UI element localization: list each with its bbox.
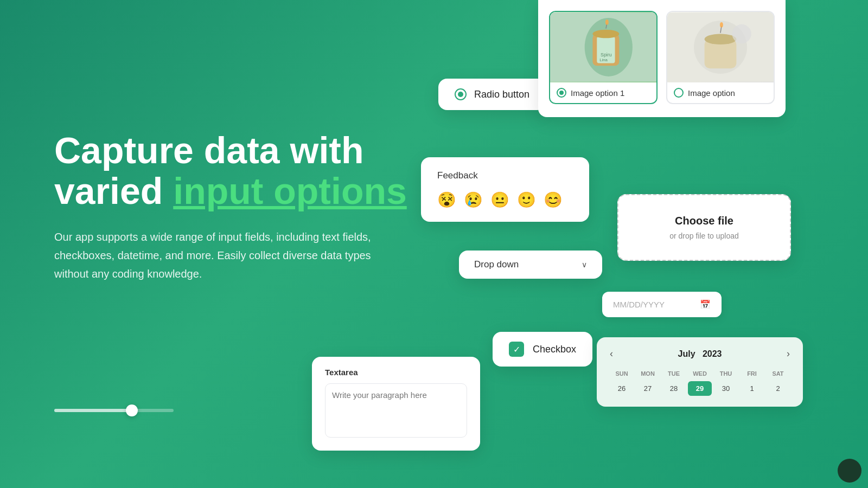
calendar-grid: SUN MON TUE WED THU FRI SAT 26 27 28 29 … xyxy=(610,368,790,396)
radio-dot xyxy=(455,88,467,100)
calendar-month-year: July 2023 xyxy=(613,349,787,359)
image-thumb-1: Spiru Lina xyxy=(550,12,656,82)
file-upload-subtitle: or drop file to upload xyxy=(646,232,763,240)
dropdown-text: Drop down xyxy=(474,259,519,270)
svg-point-15 xyxy=(720,22,723,28)
image-option-2-label: Image option xyxy=(667,82,774,103)
calendar-card: ‹ July 2023 › SUN MON TUE WED THU FRI SA… xyxy=(597,337,803,407)
cal-header-sat: SAT xyxy=(766,368,790,379)
radio-button-card[interactable]: Radio button xyxy=(438,79,546,110)
slider-thumb[interactable] xyxy=(126,404,138,416)
textarea-label: Textarea xyxy=(325,368,467,377)
cal-day-30[interactable]: 30 xyxy=(714,381,738,396)
emoji-good[interactable]: 🙂 xyxy=(517,191,536,209)
checkbox-label: Checkbox xyxy=(533,344,576,355)
cal-header-mon: MON xyxy=(636,368,660,379)
feedback-title: Feedback xyxy=(437,170,573,181)
cal-header-tue: TUE xyxy=(662,368,686,379)
emoji-terrible[interactable]: 😵 xyxy=(437,191,456,209)
cal-day-28[interactable]: 28 xyxy=(662,381,686,396)
hero-highlight: input options xyxy=(173,170,407,211)
slider-container xyxy=(54,409,174,412)
dark-circle-decoration xyxy=(838,459,861,483)
image-option-1-label: Image option 1 xyxy=(550,82,656,103)
emoji-neutral[interactable]: 😐 xyxy=(490,191,509,209)
checkbox-card[interactable]: ✓ Checkbox xyxy=(493,332,592,367)
textarea-card: Textarea xyxy=(312,357,480,451)
cal-header-wed: WED xyxy=(688,368,712,379)
feedback-card: Feedback 😵 😢 😐 🙂 😊 xyxy=(421,157,589,222)
image-option-1[interactable]: Spiru Lina Image option 1 xyxy=(549,11,658,104)
slider-track[interactable] xyxy=(54,409,174,412)
image-radio-1 xyxy=(557,88,566,98)
hero-description: Our app supports a wide range of input f… xyxy=(54,228,401,283)
file-upload-title: Choose file xyxy=(646,215,763,227)
calendar-next-button[interactable]: › xyxy=(787,348,790,359)
emoji-sad[interactable]: 😢 xyxy=(464,191,483,209)
file-upload-card[interactable]: Choose file or drop file to upload xyxy=(617,194,791,261)
cal-header-thu: THU xyxy=(714,368,738,379)
date-placeholder: MM/DD/YYYY xyxy=(613,300,665,309)
image-thumb-2 xyxy=(667,12,774,82)
hero-section: Capture data with varied input options O… xyxy=(54,130,423,283)
hero-title: Capture data with varied input options xyxy=(54,130,423,211)
calendar-icon: 📅 xyxy=(700,299,711,310)
cal-header-sun: SUN xyxy=(610,368,634,379)
svg-text:Spiru: Spiru xyxy=(601,52,612,57)
radio-label: Radio button xyxy=(474,89,529,100)
svg-point-8 xyxy=(605,20,609,25)
image-options-panel: Spiru Lina Image option 1 xyxy=(538,0,786,117)
cal-day-2[interactable]: 2 xyxy=(766,381,790,396)
date-input-card[interactable]: MM/DD/YYYY 📅 xyxy=(602,292,722,317)
image-option-2[interactable]: Image option xyxy=(666,11,775,104)
calendar-header: ‹ July 2023 › xyxy=(610,348,790,359)
svg-point-6 xyxy=(592,30,619,38)
svg-point-12 xyxy=(705,34,737,45)
cal-header-fri: FRI xyxy=(740,368,764,379)
dropdown-card[interactable]: Drop down ∨ xyxy=(459,251,602,279)
emoji-great[interactable]: 😊 xyxy=(544,191,563,209)
svg-point-13 xyxy=(732,24,751,43)
cal-day-27[interactable]: 27 xyxy=(636,381,660,396)
checkbox-box: ✓ xyxy=(509,342,524,357)
checkmark-icon: ✓ xyxy=(513,344,520,355)
svg-text:Lina: Lina xyxy=(599,57,608,62)
textarea-input[interactable] xyxy=(325,383,467,438)
emoji-row: 😵 😢 😐 🙂 😊 xyxy=(437,191,573,209)
cal-day-1[interactable]: 1 xyxy=(740,381,764,396)
cal-day-29[interactable]: 29 xyxy=(688,381,712,396)
image-radio-2 xyxy=(674,88,684,98)
cal-day-26[interactable]: 26 xyxy=(610,381,634,396)
chevron-down-icon: ∨ xyxy=(582,260,587,269)
slider-fill xyxy=(54,409,132,412)
